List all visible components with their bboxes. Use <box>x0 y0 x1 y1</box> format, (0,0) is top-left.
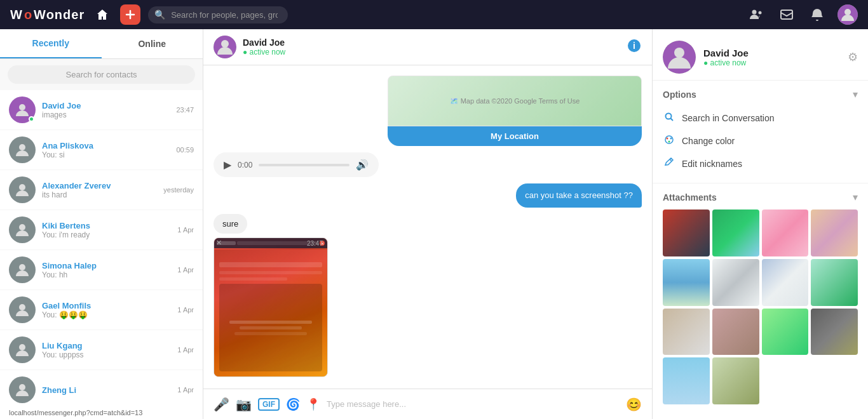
list-item[interactable]: Zheng Li 1 Apr <box>0 370 203 408</box>
attachment-thumb[interactable] <box>811 210 858 256</box>
svg-point-19 <box>666 114 672 119</box>
edit-nicknames-option[interactable]: Edit nicknames <box>663 152 858 175</box>
camera-button[interactable]: 📷 <box>236 397 252 412</box>
options-header: Options ▾ <box>663 88 858 100</box>
sticker-button[interactable]: 🌀 <box>286 397 300 411</box>
svg-text:i: i <box>633 41 635 51</box>
microphone-button[interactable]: 🎤 <box>214 397 229 412</box>
attachments-collapse-button[interactable]: ▾ <box>853 191 858 203</box>
avatar <box>9 96 36 123</box>
settings-button[interactable]: ⚙ <box>848 50 858 64</box>
color-option-label: Change color <box>682 136 735 146</box>
attachment-thumb[interactable] <box>811 259 858 306</box>
contact-name: Ana Pliskova <box>42 141 170 150</box>
list-item[interactable]: Ana Pliskova You: si 00:59 <box>0 130 203 170</box>
attachment-thumb[interactable] <box>712 357 759 404</box>
nav-right-actions <box>746 4 858 25</box>
contact-info: Liu Kgang You: upppss <box>42 341 171 359</box>
attachments-title: Attachments <box>663 192 717 203</box>
svg-point-14 <box>221 40 229 48</box>
main-layout: Recently Online David Joe images 23:47 <box>0 29 868 419</box>
right-contact-info: David Joe ● active now <box>703 48 840 67</box>
attachment-thumb[interactable] <box>663 357 710 404</box>
avatar <box>9 336 36 363</box>
nav-search-input[interactable] <box>148 6 288 23</box>
list-item[interactable]: Alexander Zverev its hard yesterday <box>0 170 203 210</box>
options-collapse-button[interactable]: ▾ <box>853 88 858 100</box>
contact-preview: images <box>42 110 170 119</box>
list-item[interactable]: Liu Kgang You: upppss 1 Apr <box>0 330 203 370</box>
contact-search-input[interactable] <box>8 65 195 84</box>
user-avatar-nav[interactable] <box>837 4 858 25</box>
screenshot-wrap: ✕ ✕ <box>214 237 328 377</box>
attachment-thumb[interactable] <box>663 210 710 256</box>
create-button[interactable] <box>120 4 140 25</box>
list-item[interactable]: Gael Monfils You: 🤑🤑🤑 1 Apr <box>0 290 203 330</box>
play-button[interactable]: ▶ <box>224 159 231 171</box>
audio-progress-bar[interactable] <box>259 164 349 166</box>
chat-message-input[interactable] <box>327 396 620 413</box>
attachment-thumb[interactable] <box>762 309 809 356</box>
attachment-thumb[interactable] <box>762 210 809 256</box>
right-sidebar: David Joe ● active now ⚙ Options ▾ Searc… <box>652 29 868 419</box>
contact-preview: You: si <box>42 150 170 159</box>
msg-row-location-map: 🗺️ Map data ©2020 Google Terms of Use My… <box>214 76 642 146</box>
svg-point-8 <box>19 224 25 230</box>
gif-button[interactable]: GIF <box>258 398 280 411</box>
audio-player: ▶ 0:00 🔊 <box>214 152 379 177</box>
contact-preview: You: i'm ready <box>42 230 171 239</box>
right-profile: David Joe ● active now ⚙ <box>653 29 868 81</box>
attachments-grid <box>663 210 858 404</box>
screenshot-image[interactable]: ✕ <box>214 237 328 377</box>
contact-preview: its hard <box>42 190 157 199</box>
attachment-thumb[interactable] <box>712 259 759 306</box>
app-logo: WoWonder <box>10 8 85 22</box>
avatar <box>9 216 36 243</box>
home-button[interactable] <box>92 4 112 25</box>
svg-point-23 <box>670 138 672 140</box>
list-item[interactable]: David Joe images 23:47 <box>0 90 203 130</box>
svg-point-22 <box>667 138 668 140</box>
tab-recently[interactable]: Recently <box>0 29 102 58</box>
list-item[interactable]: Simona Halep You: hh 1 Apr <box>0 250 203 290</box>
contact-time: 1 Apr <box>177 266 194 274</box>
chat-info-button[interactable]: i <box>627 38 642 57</box>
svg-point-18 <box>674 48 684 58</box>
volume-icon[interactable]: 🔊 <box>356 159 369 171</box>
sidebar-tabs: Recently Online <box>0 29 203 59</box>
notifications-icon[interactable] <box>807 4 827 25</box>
list-item[interactable]: Kiki Bertens You: i'm ready 1 Apr <box>0 210 203 250</box>
contact-search-wrap <box>0 59 203 90</box>
friends-icon[interactable] <box>746 4 766 25</box>
chat-header-avatar <box>214 36 236 58</box>
change-color-option[interactable]: Change color <box>663 130 858 152</box>
tab-online[interactable]: Online <box>102 29 203 58</box>
attachment-thumb[interactable] <box>712 210 759 256</box>
attachment-thumb[interactable] <box>712 309 759 356</box>
emoji-button[interactable]: 😊 <box>626 397 642 412</box>
nickname-option-icon <box>663 157 675 170</box>
contact-time: 1 Apr <box>177 386 194 394</box>
attachment-thumb[interactable] <box>663 309 710 356</box>
status-bar: localhost/messenger.php?cmd=atch&id=13 <box>0 408 203 419</box>
contact-time: yesterday <box>163 186 194 194</box>
messages-icon[interactable] <box>776 4 797 25</box>
contact-name: Simona Halep <box>42 261 171 270</box>
chat-header-info: David Joe ● active now <box>243 37 620 57</box>
chat-header-name: David Joe <box>243 37 620 48</box>
attachment-thumb[interactable] <box>811 309 858 356</box>
contact-info: Ana Pliskova You: si <box>42 141 170 159</box>
svg-point-6 <box>19 144 25 150</box>
attachment-thumb[interactable] <box>762 259 809 306</box>
svg-point-11 <box>19 344 25 350</box>
avatar <box>9 256 36 283</box>
attachment-thumb[interactable] <box>663 259 710 306</box>
contact-name: Gael Monfils <box>42 301 171 310</box>
logo-o1: o <box>24 8 32 22</box>
search-in-conversation-option[interactable]: Search in Conversation <box>663 107 858 130</box>
map-thumbnail: 🗺️ Map data ©2020 Google Terms of Use <box>388 76 642 126</box>
msg-bubble-question: can you take a screenshot ?? <box>516 183 642 208</box>
chat-header: David Joe ● active now i <box>203 29 652 65</box>
location-button[interactable]: 📍 <box>306 397 320 411</box>
right-contact-status: ● active now <box>703 58 840 67</box>
